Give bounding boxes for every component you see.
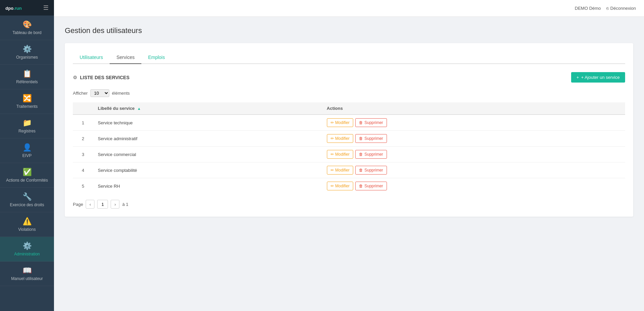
sidebar-item-organismes[interactable]: ⚙️ Organismes: [0, 40, 54, 65]
action-buttons: ✏ Modifier 🗑 Supprimer: [327, 166, 620, 175]
app-logo: dpo.run: [5, 4, 22, 11]
page-prev-button[interactable]: ‹: [86, 200, 94, 209]
table-row: 3 Service commercial ✏ Modifier 🗑 Suppri…: [73, 147, 625, 162]
sidebar-item-tableau-de-bord[interactable]: 🎨 Tableau de bord: [0, 15, 54, 40]
eivp-icon: 👤: [23, 143, 32, 152]
sidebar-item-administration[interactable]: ⚙️ Administration: [0, 237, 54, 261]
table-row: 5 Service RH ✏ Modifier 🗑 Supprimer: [73, 178, 625, 194]
modifier-button[interactable]: ✏ Modifier: [327, 118, 354, 127]
main-card: Utilisateurs Services Emplois ⚙ LISTE DE…: [65, 43, 633, 217]
sidebar-header: dpo.run ☰: [0, 0, 54, 15]
cell-libelle: Service RH: [93, 178, 322, 194]
supprimer-button[interactable]: 🗑 Supprimer: [355, 150, 387, 159]
edit-icon: ✏: [331, 152, 334, 157]
modifier-button[interactable]: ✏ Modifier: [327, 150, 354, 159]
supprimer-button[interactable]: 🗑 Supprimer: [355, 182, 387, 190]
table-header-row: Libellé du service ▲ Actions: [73, 102, 625, 115]
cell-num: 1: [73, 115, 93, 131]
page-of-label: à 1: [122, 202, 128, 207]
page-title: Gestion des utilisateurs: [65, 26, 633, 35]
sidebar-item-manuel-utilisateur[interactable]: 📖 Manuel utilisateur: [0, 261, 54, 286]
supprimer-button[interactable]: 🗑 Supprimer: [355, 118, 387, 127]
add-service-button[interactable]: + + Ajouter un service: [571, 72, 625, 83]
trash-icon: 🗑: [359, 184, 363, 188]
sidebar-toggle-icon[interactable]: ☰: [43, 4, 49, 11]
sidebar-item-label: Tableau de bord: [12, 30, 41, 35]
table-row: 2 Service administratif ✏ Modifier 🗑 Sup…: [73, 131, 625, 147]
tabs: Utilisateurs Services Emplois: [73, 51, 625, 64]
sidebar-item-label: Traitements: [17, 104, 38, 109]
sidebar-item-registres[interactable]: 📁 Registres: [0, 114, 54, 138]
referentiels-icon: 📋: [23, 69, 32, 78]
show-per-page: Afficher 10 25 50 100 éléments: [73, 89, 625, 97]
tab-services[interactable]: Services: [110, 51, 141, 64]
cell-num: 3: [73, 147, 93, 162]
user-label: DEMO Démo: [575, 6, 601, 11]
col-libelle[interactable]: Libellé du service ▲: [93, 102, 322, 115]
conformites-icon: ✅: [23, 168, 32, 177]
col-actions: Actions: [322, 102, 625, 115]
sidebar-item-label: Administration: [14, 252, 40, 256]
violations-icon: ⚠️: [23, 217, 32, 226]
page-number-input[interactable]: [97, 200, 108, 209]
col-num: [73, 102, 93, 115]
section-title: ⚙ LISTE DES SERVICES: [73, 75, 130, 80]
services-table: Libellé du service ▲ Actions 1 Service t…: [73, 102, 625, 194]
modifier-button[interactable]: ✏ Modifier: [327, 134, 354, 143]
pagination: Page ‹ › à 1: [73, 200, 625, 209]
modifier-button[interactable]: ✏ Modifier: [327, 182, 354, 190]
cell-actions: ✏ Modifier 🗑 Supprimer: [322, 115, 625, 131]
logout-button[interactable]: ⎋ Déconnexion: [606, 6, 636, 11]
modifier-button[interactable]: ✏ Modifier: [327, 166, 354, 175]
sidebar-item-label: Organismes: [16, 55, 38, 60]
droits-icon: 🔧: [23, 192, 32, 201]
cell-libelle: Service technique: [93, 115, 322, 131]
table-row: 4 Service comptabilité ✏ Modifier 🗑 Supp…: [73, 162, 625, 178]
cell-libelle: Service administratif: [93, 131, 322, 147]
sort-asc-icon: ▲: [137, 106, 141, 111]
sidebar-item-label: Registres: [19, 129, 36, 133]
sidebar-item-traitements[interactable]: 🔀 Traitements: [0, 89, 54, 114]
main-container: DEMO Démo ⎋ Déconnexion Gestion des util…: [54, 0, 644, 311]
tab-utilisateurs[interactable]: Utilisateurs: [73, 51, 110, 64]
action-buttons: ✏ Modifier 🗑 Supprimer: [327, 182, 620, 190]
topbar: DEMO Démo ⎋ Déconnexion: [54, 0, 644, 17]
add-icon: +: [577, 75, 579, 80]
edit-icon: ✏: [331, 120, 334, 125]
sidebar-item-label: Manuel utilisateur: [11, 276, 43, 281]
trash-icon: 🗑: [359, 168, 363, 173]
supprimer-button[interactable]: 🗑 Supprimer: [355, 166, 387, 175]
cell-libelle: Service commercial: [93, 147, 322, 162]
page-content: Gestion des utilisateurs Utilisateurs Se…: [54, 17, 644, 311]
cell-actions: ✏ Modifier 🗑 Supprimer: [322, 178, 625, 194]
sidebar-item-label: Exercice des droits: [10, 203, 44, 207]
per-page-select[interactable]: 10 25 50 100: [90, 89, 109, 97]
sidebar-item-referentiels[interactable]: 📋 Référentiels: [0, 65, 54, 89]
cell-actions: ✏ Modifier 🗑 Supprimer: [322, 147, 625, 162]
settings-icon: ⚙: [73, 75, 77, 80]
tab-emplois[interactable]: Emplois: [141, 51, 172, 64]
action-buttons: ✏ Modifier 🗑 Supprimer: [327, 118, 620, 127]
sidebar-item-violations[interactable]: ⚠️ Violations: [0, 212, 54, 237]
table-row: 1 Service technique ✏ Modifier 🗑 Supprim…: [73, 115, 625, 131]
trash-icon: 🗑: [359, 152, 363, 157]
cell-num: 4: [73, 162, 93, 178]
registres-icon: 📁: [23, 119, 32, 127]
cell-num: 2: [73, 131, 93, 147]
edit-icon: ✏: [331, 168, 334, 173]
supprimer-button[interactable]: 🗑 Supprimer: [355, 134, 387, 143]
sidebar-item-actions-conformites[interactable]: ✅ Actions de Conformités: [0, 163, 54, 188]
dashboard-icon: 🎨: [23, 20, 32, 29]
sidebar-item-label: Référentiels: [16, 80, 38, 84]
action-buttons: ✏ Modifier 🗑 Supprimer: [327, 150, 620, 159]
sidebar-item-label: Actions de Conformités: [6, 178, 48, 183]
sidebar-item-label: EIVP: [22, 153, 31, 158]
sidebar-item-eivp[interactable]: 👤 EIVP: [0, 138, 54, 163]
administration-icon: ⚙️: [23, 242, 32, 250]
logout-label: Déconnexion: [610, 6, 636, 11]
manuel-icon: 📖: [23, 266, 32, 275]
show-label: Afficher: [73, 91, 88, 96]
section-header: ⚙ LISTE DES SERVICES + + Ajouter un serv…: [73, 72, 625, 83]
sidebar-item-exercice-droits[interactable]: 🔧 Exercice des droits: [0, 188, 54, 212]
page-next-button[interactable]: ›: [111, 200, 119, 209]
